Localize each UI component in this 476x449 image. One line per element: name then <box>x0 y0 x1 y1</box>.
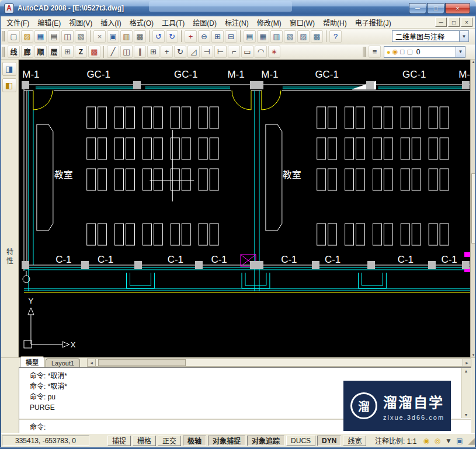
workspace-combo[interactable]: 二维草图与注释 ▼ <box>392 30 469 42</box>
maximize-button[interactable]: □ <box>427 3 444 14</box>
scroll-up-icon[interactable]: ▲ <box>464 369 468 373</box>
autocad-app-icon[interactable]: A <box>4 4 14 13</box>
scroll-left-icon[interactable]: ◄ <box>88 359 96 366</box>
horizontal-scroll-thumb[interactable] <box>98 359 186 366</box>
layer-combo[interactable]: ●◉◻▢ 0 ▼ <box>384 46 465 58</box>
chevron-down-icon[interactable]: ▼ <box>456 47 465 57</box>
publish-button[interactable]: ▧ <box>75 30 87 43</box>
menu-item-4[interactable]: 插入(I) <box>96 16 125 29</box>
menu-item-2[interactable]: 编辑(E) <box>33 16 65 29</box>
arc-button[interactable]: ◠ <box>255 46 267 58</box>
quick-calc-button[interactable]: ▩ <box>311 30 323 43</box>
toolbar-grip[interactable] <box>363 47 366 57</box>
scroll-right-icon[interactable]: ► <box>463 359 471 366</box>
status-toggle-5[interactable]: 对象捕捉 <box>208 436 245 446</box>
annotation-visibility-icon[interactable]: ◉ <box>421 436 431 445</box>
tool-palettes-button[interactable]: ▥ <box>270 30 283 43</box>
plot-button[interactable]: ▤ <box>48 30 60 43</box>
cad-drawing[interactable]: M-1GC-1GC-1M-1M-1GC-1GC-1M-C-1C-1C-1C-1C… <box>19 60 471 358</box>
move-button[interactable]: + <box>161 46 173 58</box>
properties-button[interactable]: ▤ <box>244 30 256 43</box>
match-properties-button[interactable]: ▩ <box>134 30 146 43</box>
scroll-down-icon[interactable]: ▼ <box>464 413 468 417</box>
menu-item-12[interactable]: 电子报批(J) <box>351 16 395 29</box>
rectangle-button[interactable]: ▭ <box>241 46 253 58</box>
status-menu-arrow-icon[interactable]: ▼ <box>443 436 453 445</box>
annotation-scale-label[interactable]: 注释比例: 1:1 <box>375 436 416 445</box>
drawing-area[interactable]: M-1GC-1GC-1M-1M-1GC-1GC-1M-C-1C-1C-1C-1C… <box>19 60 470 357</box>
status-toggle-4[interactable]: 极轴 <box>183 436 206 446</box>
custom-tool-7-button[interactable]: ▩ <box>88 46 100 58</box>
command-scrollbar[interactable]: ▲ ▼ <box>461 368 471 418</box>
open-file-button[interactable]: ▨ <box>21 30 33 43</box>
custom-tool-1-button[interactable]: 线 <box>8 46 20 58</box>
mdi-minimize-button[interactable]: ─ <box>435 18 447 27</box>
layer-properties-button[interactable]: ≡ <box>369 46 381 58</box>
cut-button[interactable]: × <box>93 30 106 43</box>
toolbar-grip[interactable] <box>2 47 5 57</box>
styles-icon[interactable]: ◧ <box>2 78 16 92</box>
plot-preview-button[interactable]: ◫ <box>61 30 74 43</box>
coordinate-display[interactable]: 335413, -653783, 0 <box>2 436 89 446</box>
draw-line-button[interactable]: ╱ <box>107 46 119 58</box>
status-toggle-3[interactable]: 正交 <box>158 436 181 446</box>
layout-tab-Layout1[interactable]: Layout1 <box>46 358 80 367</box>
undo-button[interactable]: ↺ <box>152 30 165 43</box>
pan-button[interactable]: + <box>185 30 197 43</box>
minimize-button[interactable]: ─ <box>409 3 426 14</box>
status-toggle-7[interactable]: DUCS <box>286 436 315 446</box>
menu-item-5[interactable]: 格式(O) <box>126 16 158 29</box>
new-file-button[interactable]: ▢ <box>8 30 20 43</box>
mirror-button[interactable]: ◫ <box>120 46 133 58</box>
paste-button[interactable]: ▥ <box>120 30 133 43</box>
menu-item-7[interactable]: 绘图(D) <box>189 16 221 29</box>
markup-set-manager-button[interactable]: ▨ <box>297 30 310 43</box>
status-toggle-2[interactable]: 栅格 <box>133 436 156 446</box>
toolbar-grip[interactable] <box>2 31 5 41</box>
help-button[interactable]: ? <box>329 30 342 43</box>
status-toggle-8[interactable]: DYN <box>317 436 341 446</box>
extend-button[interactable]: ⊢ <box>214 46 227 58</box>
menu-item-8[interactable]: 标注(N) <box>221 16 253 29</box>
custom-tool-5-button[interactable]: ⊞ <box>61 46 74 58</box>
offset-button[interactable]: ∥ <box>134 46 146 58</box>
properties-panel-label[interactable]: 特性 <box>0 239 19 274</box>
horizontal-scrollbar[interactable]: ◄ ► <box>87 358 471 367</box>
redo-button[interactable]: ↻ <box>166 30 178 43</box>
rotate-button[interactable]: ↻ <box>174 46 186 58</box>
clean-screen-icon[interactable]: ▣ <box>454 436 464 445</box>
annotation-autoscale-icon[interactable]: ◎ <box>432 436 442 445</box>
sheet-set-manager-button[interactable]: ▧ <box>284 30 296 43</box>
menu-item-6[interactable]: 工具(T) <box>158 16 189 29</box>
custom-tool-6-button[interactable]: Z <box>75 46 87 58</box>
trim-button[interactable]: ⊣ <box>201 46 213 58</box>
mdi-restore-button[interactable]: □ <box>448 18 460 27</box>
layout-tab-模型[interactable]: 模型 <box>20 356 44 367</box>
status-toggle-1[interactable]: 捕捉 <box>107 436 131 446</box>
scale-button[interactable]: ◿ <box>187 46 200 58</box>
menu-item-10[interactable]: 窗口(W) <box>286 16 319 29</box>
status-toggle-9[interactable]: 线宽 <box>343 436 366 446</box>
array-button[interactable]: ⊞ <box>147 46 159 58</box>
custom-tool-3-button[interactable]: 顺 <box>34 46 47 58</box>
menu-item-1[interactable]: 文件(F) <box>2 16 33 29</box>
explode-button[interactable]: ∗ <box>268 46 280 58</box>
custom-tool-2-button[interactable]: 廊 <box>21 46 33 58</box>
palette-icon[interactable]: ◨ <box>2 62 16 76</box>
save-button[interactable]: ▦ <box>34 30 47 43</box>
zoom-realtime-button[interactable]: ⊖ <box>198 30 210 43</box>
mdi-close-button[interactable]: × <box>461 18 472 27</box>
menu-item-11[interactable]: 帮助(H) <box>319 16 351 29</box>
menu-item-3[interactable]: 视图(V) <box>65 16 96 29</box>
fillet-button[interactable]: ⌐ <box>228 46 240 58</box>
close-button[interactable]: × <box>445 3 470 14</box>
zoom-window-button[interactable]: ⊞ <box>211 30 224 43</box>
resize-grip[interactable]: ◢ <box>468 436 475 445</box>
zoom-previous-button[interactable]: ⊟ <box>225 30 237 43</box>
designcenter-button[interactable]: ▦ <box>257 30 269 43</box>
menu-item-9[interactable]: 修改(M) <box>253 16 286 29</box>
copy-button[interactable]: ▣ <box>107 30 119 43</box>
title-bar[interactable]: A AutoCAD 2008 - [E:\0527t3.dwg] ─ □ × <box>0 0 476 16</box>
custom-tool-4-button[interactable]: 层 <box>48 46 60 58</box>
status-toggle-6[interactable]: 对象追踪 <box>247 436 284 446</box>
